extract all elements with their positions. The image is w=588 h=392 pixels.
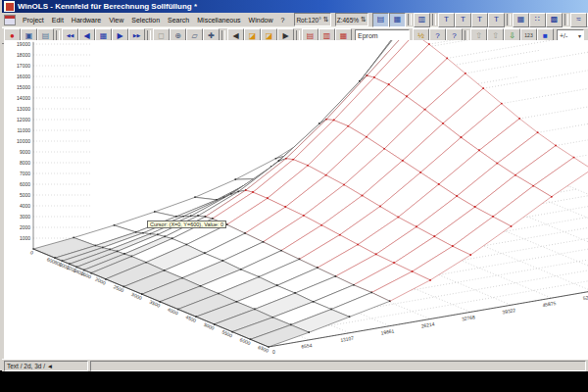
vertex-dot — [367, 74, 368, 75]
z-axis-label: 5000 — [20, 192, 30, 198]
vertex-dot — [254, 309, 255, 310]
vertex-dot — [252, 192, 253, 193]
child-window-icon[interactable] — [4, 15, 16, 25]
winols-window: WinOLS - Kennfeld für Berechnung Sollfül… — [0, 0, 588, 370]
rotation-spinner[interactable]: Rot:120°⇅ — [294, 13, 330, 26]
z-axis-label: 6000 — [20, 181, 30, 187]
vertex-dot — [236, 301, 237, 302]
vertex-dot — [321, 224, 322, 225]
axis-label-bottom-left-icon[interactable]: T — [471, 13, 488, 27]
toolbar-separator — [408, 14, 412, 25]
vertex-dot — [135, 231, 136, 232]
vertex-dot — [371, 292, 372, 293]
menu-view[interactable]: View — [105, 16, 127, 24]
vertex-dot — [142, 232, 143, 233]
vertex-dot — [307, 165, 308, 166]
grid-medium-icon[interactable]: ∷ — [529, 13, 546, 27]
menu-search[interactable]: Search — [164, 16, 193, 24]
vertex-dot — [164, 270, 165, 270]
menu-selection[interactable]: Selection — [127, 16, 164, 24]
smooth-surface-icon[interactable]: ≈ — [570, 13, 587, 27]
vertex-dot — [205, 216, 206, 217]
menu-edit[interactable]: Edit — [48, 16, 68, 24]
view-mode-status[interactable]: Text / 2d, 3d / ◄ — [4, 361, 88, 371]
vertex-dot — [95, 245, 96, 246]
vertex-dot — [330, 309, 331, 310]
surface-plot[interactable]: 1900018000170001600015000140001300012000… — [4, 40, 588, 359]
axis-label-top-left-icon[interactable]: T — [438, 13, 455, 27]
vertex-dot — [313, 301, 314, 302]
load-axis-label: 13107 — [340, 335, 355, 343]
vertex-dot — [456, 195, 457, 196]
vertex-dot — [272, 317, 273, 318]
vertex-dot — [285, 158, 286, 159]
vertex-dot — [398, 217, 399, 218]
wall-grid-line — [466, 46, 588, 74]
vertex-dot — [501, 103, 502, 104]
z-axis-label: 19000 — [17, 41, 30, 47]
vertex-dot — [389, 301, 390, 302]
view-3d-icon[interactable]: ▦ — [389, 13, 406, 27]
wall-grid-line — [574, 129, 588, 157]
toolbar-separator — [507, 14, 511, 25]
toolbar-separator — [432, 14, 436, 25]
z-axis-label: 16000 — [17, 74, 30, 79]
rpm-axis-label: 0 — [29, 249, 34, 256]
vertex-dot — [226, 224, 227, 225]
map-3d-view[interactable]: 1900018000170001600015000140001300012000… — [4, 40, 588, 359]
view-2d-icon[interactable]: ▤ — [372, 13, 389, 27]
vertex-dot — [150, 233, 151, 234]
load-axis-origin-label: 0 — [272, 349, 275, 355]
menu-project[interactable]: Project — [19, 16, 48, 24]
vertex-dot — [200, 285, 201, 286]
menu-window[interactable]: Window — [245, 16, 277, 24]
z-axis-label: 1000 — [20, 235, 30, 241]
diff-mode-dropdown-icon[interactable]: ▾ — [575, 32, 581, 39]
vertex-dot — [335, 275, 336, 276]
vertex-dot — [349, 317, 350, 318]
vertex-dot — [157, 234, 158, 235]
grid-coarse-icon[interactable]: ▩ — [546, 13, 563, 27]
vertex-dot — [428, 43, 429, 44]
z-axis-label: 11000 — [17, 127, 30, 133]
vertex-dot — [384, 148, 385, 149]
vertex-dot — [212, 218, 213, 219]
vertex-dot — [470, 254, 471, 255]
vertex-dot — [258, 276, 259, 277]
vertex-dot — [412, 270, 413, 271]
rotation-spinner-arrows[interactable]: ⇅ — [323, 16, 329, 24]
z-axis-label: 14000 — [17, 95, 30, 101]
zoom-spinner-arrows[interactable]: ⇅ — [361, 16, 367, 24]
menu-help[interactable]: ? — [277, 16, 289, 24]
vertex-dot — [419, 172, 420, 172]
vertex-dot — [293, 159, 294, 160]
vertex-dot — [230, 193, 231, 194]
vertex-dot — [533, 185, 534, 186]
vertex-dot — [190, 216, 191, 217]
view-text-icon[interactable]: ▥ — [414, 13, 430, 27]
vertex-dot — [474, 206, 475, 207]
vertex-dot — [317, 268, 318, 269]
menu-miscellaneous[interactable]: Miscellaneous — [193, 16, 244, 24]
menu-bar: ProjectEditHardwareViewSelectionSearchMi… — [2, 13, 588, 27]
z-axis-label: 4000 — [20, 203, 30, 209]
axis-label-bottom-right-icon[interactable]: T — [488, 13, 505, 27]
status-message — [90, 361, 586, 371]
z-axis-label: 18000 — [17, 52, 30, 58]
axis-label-top-right-icon[interactable]: T — [455, 13, 471, 27]
vertex-dot — [131, 256, 132, 257]
vertex-dot — [154, 211, 155, 212]
vertex-dot — [235, 178, 236, 179]
wall-grid-line — [429, 40, 588, 44]
menu-hardware[interactable]: Hardware — [68, 16, 105, 24]
wall-grid-line — [519, 91, 588, 119]
vertex-dot — [362, 195, 363, 196]
vertex-dot — [442, 122, 443, 123]
z-axis-label: 2000 — [20, 224, 30, 230]
grid-fine-icon[interactable]: ▦ — [513, 13, 529, 27]
vertex-dot — [461, 137, 462, 138]
vertex-dot — [117, 251, 118, 252]
vertex-dot — [465, 73, 466, 74]
vertex-dot — [483, 88, 484, 89]
zoom-spinner[interactable]: Z:465%⇅ — [335, 13, 368, 26]
